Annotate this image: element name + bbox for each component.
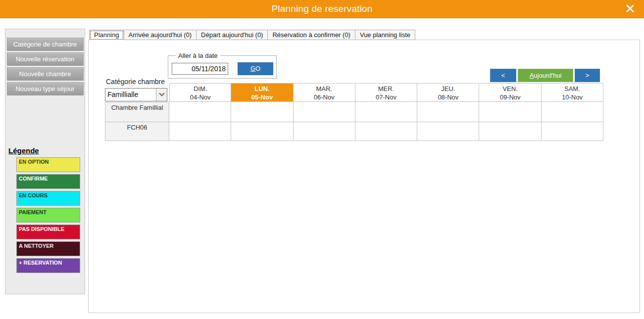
legend: EN OPTION CONFIRME EN COURS PAIEMENT PAS… — [16, 157, 80, 275]
tab-depart-aujourdhui[interactable]: Départ aujourd'hui (0) — [196, 30, 268, 40]
planning-cell[interactable] — [231, 102, 293, 122]
legend-title: Légende — [8, 146, 39, 155]
row-label-chambre-famillial: Chambre Famillial — [105, 102, 169, 122]
legend-item-paiement: PAIEMENT — [16, 208, 80, 223]
planning-cell[interactable] — [169, 122, 231, 141]
planning-cell[interactable] — [355, 102, 417, 122]
nouveau-type-sejour-button[interactable]: Nouveau type séjour — [7, 82, 84, 95]
row-label-fch06: FCH06 — [105, 122, 169, 141]
grid-corner — [105, 83, 169, 102]
day-header-lun-today: LUN. 05-Nov — [231, 83, 293, 102]
planning-cell[interactable] — [355, 122, 417, 141]
planning-cell[interactable] — [479, 102, 541, 122]
legend-item-a-nettoyer: A NETTOYER — [16, 241, 80, 256]
next-week-button[interactable]: > — [575, 69, 600, 82]
planning-cell[interactable] — [169, 102, 231, 122]
planning-grid: DIM. 04-Nov LUN. 05-Nov MAR. 06-Nov MER.… — [105, 83, 603, 141]
nouvelle-reservation-button[interactable]: Nouvelle réservation — [7, 52, 84, 66]
planning-cell[interactable] — [294, 102, 355, 122]
legend-item-confirme: CONFIRME — [16, 174, 80, 189]
main-area: Planning Arrivée aujourd'hui (0) Départ … — [88, 30, 640, 313]
day-header-ven: VEN. 09-Nov — [479, 83, 541, 102]
reservation-planning-window: Planning de reservation ✕ Catégorie de c… — [0, 0, 644, 319]
legend-item-plus-reservation: + RESERVATION — [16, 258, 80, 273]
window-title: Planning de reservation — [271, 3, 372, 14]
close-icon[interactable]: ✕ — [620, 0, 640, 18]
planning-cell[interactable] — [542, 122, 603, 141]
title-bar: Planning de reservation ✕ — [0, 0, 644, 18]
day-header-jeu: JEU. 08-Nov — [417, 83, 479, 102]
planning-cell[interactable] — [417, 122, 479, 141]
date-input[interactable] — [172, 63, 228, 75]
planning-cell[interactable] — [479, 122, 541, 141]
tab-bar: Planning Arrivée aujourd'hui (0) Départ … — [89, 30, 415, 41]
day-header-mer: MER. 07-Nov — [355, 83, 417, 102]
planning-cell[interactable] — [417, 102, 479, 122]
tab-vue-planning-liste[interactable]: Vue planning liste — [355, 30, 415, 40]
legend-item-en-option: EN OPTION — [16, 157, 80, 172]
day-header-dim: DIM. 04-Nov — [169, 83, 231, 102]
sidebar: Catégorie de chambre Nouvelle réservatio… — [5, 29, 85, 294]
prev-week-button[interactable]: < — [490, 69, 516, 82]
legend-item-pas-disponible: PAS DISPONIBLE — [16, 225, 80, 239]
planning-panel: Aller à la date GO < Aujourd'hui > Catég… — [88, 40, 640, 313]
tab-reservation-a-confirmer[interactable]: Réservation à confirmer (0) — [267, 30, 355, 40]
today-button[interactable]: Aujourd'hui — [518, 69, 573, 82]
planning-cell[interactable] — [294, 122, 355, 141]
planning-cell[interactable] — [231, 122, 293, 141]
tab-planning[interactable]: Planning — [89, 30, 124, 41]
day-header-sam: SAM. 10-Nov — [542, 83, 603, 102]
tab-arrivee-aujourdhui[interactable]: Arrivée aujourd'hui (0) — [124, 30, 197, 40]
nouvelle-chambre-button[interactable]: Nouvelle chambre — [7, 67, 84, 81]
goto-date-label: Aller à la date — [176, 52, 220, 59]
planning-cell[interactable] — [542, 102, 603, 122]
go-button[interactable]: GO — [238, 62, 273, 75]
category-chambre-button[interactable]: Catégorie de chambre — [7, 38, 84, 51]
goto-date-group: Aller à la date GO — [168, 52, 277, 79]
legend-item-en-cours: EN COURS — [16, 191, 80, 206]
day-header-mar: MAR. 06-Nov — [294, 83, 355, 102]
